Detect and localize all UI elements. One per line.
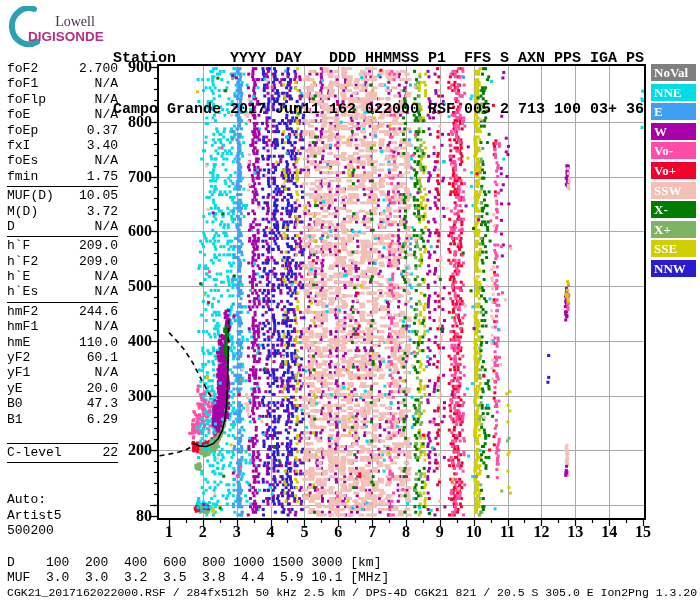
- parameter-label: C-level: [7, 445, 62, 460]
- parameter-value: 209.0: [79, 254, 118, 269]
- parameter-group: foF22.700foF1N/AfoFlpN/AfoEN/AfoEp0.37fx…: [7, 60, 118, 186]
- parameter-value: 6.29: [87, 412, 118, 427]
- dmuf-row-muf: MUF 3.0 3.0 3.2 3.5 3.8 4.4 5.9 10.1 [MH…: [7, 571, 389, 586]
- logo-text-digisonde: DIGISONDE: [18, 29, 114, 44]
- ionogram-viewer: { "logo":{"line1":"Lowell","line2":"DIGI…: [0, 0, 700, 600]
- x-axis-tick-label: 15: [626, 523, 660, 541]
- parameter-label: yF2: [7, 350, 30, 365]
- parameter-label: hmF2: [7, 304, 38, 319]
- x-axis-tick-label: 12: [524, 523, 558, 541]
- echo-color-legend: NoValNNEEWVo-Vo+SSWX-X+SSENNW: [651, 64, 696, 280]
- parameter-group: C-level22: [7, 443, 118, 463]
- parameter-row: yE20.0: [7, 381, 118, 396]
- parameter-label: hmE: [7, 335, 30, 350]
- legend-item-w: W: [651, 123, 696, 140]
- parameter-label: h`F2: [7, 254, 38, 269]
- lowell-digisonde-logo: Lowell DIGISONDE: [4, 6, 114, 50]
- autoscaling-info-block: Auto:Artist5500200: [7, 492, 62, 539]
- legend-item-x: X+: [651, 221, 696, 238]
- parameter-row: foEp0.37: [7, 123, 118, 138]
- legend-item-nne: NNE: [651, 84, 696, 101]
- parameter-row: fmin1.75: [7, 169, 118, 184]
- parameter-row: fxI3.40: [7, 138, 118, 153]
- parameter-value: 3.40: [87, 138, 118, 153]
- parameter-value: N/A: [95, 153, 118, 168]
- parameter-row: yF260.1: [7, 350, 118, 365]
- legend-item-e: E: [651, 103, 696, 120]
- parameter-label: foE: [7, 107, 30, 122]
- y-axis-tick-label: 80: [108, 507, 152, 525]
- parameter-row: foEsN/A: [7, 153, 118, 168]
- x-axis-tick-label: 13: [558, 523, 592, 541]
- parameter-row: h`F209.0: [7, 238, 118, 253]
- y-axis-tick-label: 400: [108, 332, 152, 350]
- parameter-label: h`Es: [7, 284, 38, 299]
- parameter-label: M(D): [7, 204, 38, 219]
- x-axis-tick-label: 6: [321, 523, 355, 541]
- parameter-label: yE: [7, 381, 23, 396]
- x-axis-tick-label: 8: [389, 523, 423, 541]
- parameter-row: DN/A: [7, 219, 118, 234]
- parameter-label: foF1: [7, 76, 38, 91]
- x-axis-tick-label: 7: [355, 523, 389, 541]
- parameter-value: 3.72: [87, 204, 118, 219]
- x-axis-tick-label: 4: [254, 523, 288, 541]
- x-axis-tick-label: 3: [220, 523, 254, 541]
- auto-info-line: Artist5: [7, 508, 62, 524]
- y-axis-tick-label: 900: [108, 58, 152, 76]
- parameter-value: 10.05: [79, 188, 118, 203]
- y-axis-tick-label: 500: [108, 277, 152, 295]
- parameter-row: h`F2209.0: [7, 254, 118, 269]
- parameter-label: foEs: [7, 153, 38, 168]
- parameter-label: fxI: [7, 138, 30, 153]
- dmuf-row-d: D 100 200 400 600 800 1000 1500 3000 [km…: [7, 556, 389, 571]
- parameter-row: hmE110.0: [7, 335, 118, 350]
- parameter-value: 209.0: [79, 238, 118, 253]
- parameter-label: B0: [7, 396, 23, 411]
- legend-item-x: X-: [651, 201, 696, 218]
- parameter-row: foF1N/A: [7, 76, 118, 91]
- parameter-value: N/A: [95, 76, 118, 91]
- parameter-value: 244.6: [79, 304, 118, 319]
- legend-item-noval: NoVal: [651, 64, 696, 81]
- d-muf-table: D 100 200 400 600 800 1000 1500 3000 [km…: [7, 556, 389, 585]
- header-columns-row: Station YYYY DAY DDD HHMMSS P1 FFS S AXN…: [113, 50, 644, 67]
- parameter-label: foF2: [7, 61, 38, 76]
- parameter-value: N/A: [95, 365, 118, 380]
- y-axis-tick-label: 600: [108, 222, 152, 240]
- y-axis-tick-label: 300: [108, 387, 152, 405]
- parameter-row: C-level22: [7, 445, 118, 460]
- parameter-row: B047.3: [7, 396, 118, 411]
- parameter-group: h`F209.0h`F2209.0h`EN/Ah`EsN/A: [7, 236, 118, 302]
- parameter-label: h`E: [7, 269, 30, 284]
- y-axis-tick-label: 800: [108, 113, 152, 131]
- x-axis-tick-label: 10: [457, 523, 491, 541]
- parameter-row: B16.29: [7, 412, 118, 427]
- parameter-label: D: [7, 219, 15, 234]
- x-axis-tick-label: 2: [186, 523, 220, 541]
- legend-item-vo: Vo-: [651, 142, 696, 159]
- parameter-row: M(D)3.72: [7, 204, 118, 219]
- parameter-row: foF22.700: [7, 61, 118, 76]
- y-axis-tick-label: 200: [108, 441, 152, 459]
- parameter-label: foEp: [7, 123, 38, 138]
- parameter-panel: foF22.700foF1N/AfoFlpN/AfoEN/AfoEp0.37fx…: [7, 60, 118, 463]
- x-axis-tick-label: 5: [287, 523, 321, 541]
- parameter-value: 60.1: [87, 350, 118, 365]
- file-info-footer: CGK21_2017162022000.RSF / 284fx512h 50 k…: [7, 586, 697, 599]
- station-header: Station YYYY DAY DDD HHMMSS P1 FFS S AXN…: [113, 16, 644, 135]
- parameter-label: foFlp: [7, 92, 46, 107]
- parameter-row: foFlpN/A: [7, 92, 118, 107]
- parameter-label: B1: [7, 412, 23, 427]
- legend-item-sse: SSE: [651, 240, 696, 257]
- legend-item-nnw: NNW: [651, 260, 696, 277]
- parameter-row: yF1N/A: [7, 365, 118, 380]
- legend-item-vo: Vo+: [651, 162, 696, 179]
- parameter-row: h`EsN/A: [7, 284, 118, 299]
- legend-item-ssw: SSW: [651, 182, 696, 199]
- parameter-label: MUF(D): [7, 188, 54, 203]
- parameter-label: yF1: [7, 365, 30, 380]
- parameter-group: hmF2244.6hmF1N/AhmE110.0yF260.1yF1N/AyE2…: [7, 302, 118, 429]
- x-axis-tick-label: 14: [592, 523, 626, 541]
- parameter-label: hmF1: [7, 319, 38, 334]
